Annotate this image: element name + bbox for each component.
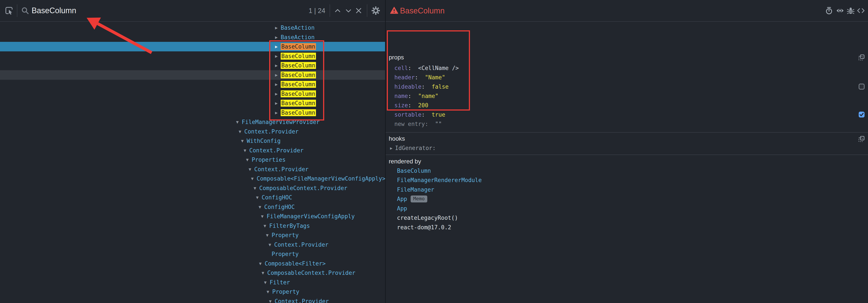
prop-value[interactable]: "name" [418,93,438,99]
prop-checkbox-sortable[interactable] [859,112,865,118]
expanded-arrow-icon[interactable]: ▾ [261,214,267,219]
owner-link[interactable]: BaseColumn [397,168,431,174]
component-name: Property [272,232,299,238]
copy-props-icon[interactable] [859,54,865,60]
rendered-by-row: App [397,204,407,213]
expanded-arrow-icon[interactable]: ▾ [266,233,272,238]
expanded-arrow-icon[interactable]: ▾ [267,289,272,294]
collapsed-arrow-icon[interactable]: ▸ [275,35,281,40]
tree-row-composable-filemanagerviewconfigapply-[interactable]: ▾Composable<FileManagerViewConfigApply> [0,174,385,183]
copy-hooks-icon[interactable] [859,136,865,142]
expanded-arrow-icon[interactable]: ▾ [258,204,264,210]
suspense-timer-icon[interactable] [825,7,833,14]
tree-row-basecolumn[interactable]: ▸BaseColumn [0,51,385,61]
expanded-arrow-icon[interactable]: ▾ [254,185,259,191]
hook-row[interactable]: ▸IdGenerator: [390,143,436,153]
prop-value[interactable]: "" [435,121,442,127]
collapsed-arrow-icon[interactable]: ▸ [275,100,281,106]
tree-row-composable-filter-[interactable]: ▾Composable<Filter> [0,259,385,268]
collapsed-arrow-icon[interactable]: ▸ [275,82,281,87]
tree-row-withconfig[interactable]: ▾WithConfig [0,136,385,146]
tree-row-basecolumn[interactable]: ▸BaseColumn [0,98,385,108]
expanded-arrow-icon[interactable]: ▾ [251,176,257,181]
tree-row-filemanagerviewprovider[interactable]: ▾FileManagerViewProvider [0,117,385,127]
tree-row-property[interactable]: ▾Property [0,287,385,297]
prop-value[interactable]: <CellName /> [418,65,459,71]
component-name: Composable<FileManagerViewConfigApply> [257,176,385,181]
tree-row-basecolumn[interactable]: ▸BaseColumn [0,108,385,118]
component-name: Property [272,289,299,295]
tree-row-confighoc[interactable]: ▾ConfigHOC [0,193,385,202]
collapsed-arrow-icon[interactable]: ▸ [275,91,281,96]
prop-checkbox-hideable[interactable] [859,84,865,90]
tree-row-context-provider[interactable]: ▾Context.Provider [0,164,385,174]
expanded-arrow-icon[interactable]: ▾ [236,119,242,125]
tree-row-filterbytags[interactable]: ▾FilterByTags [0,221,385,231]
next-match-button[interactable] [345,7,352,14]
component-name: FilterByTags [269,223,310,229]
settings-gear-icon[interactable] [371,6,379,14]
tree-row-property[interactable]: Property [0,249,385,259]
rendered-by-row: AppMemo [397,194,427,204]
component-name: FileManagerViewConfigApply [267,213,355,219]
tree-row-basecolumn[interactable]: ▸BaseColumn [0,80,385,89]
prop-value[interactable]: "Name" [425,74,445,81]
tree-row-property[interactable]: ▾Property [0,231,385,240]
prop-value[interactable]: false [432,84,448,90]
expanded-arrow-icon[interactable]: ▾ [246,157,252,162]
tree-row-baseaction[interactable]: ▸BaseAction [0,32,385,42]
collapsed-arrow-icon[interactable]: ▸ [275,110,281,115]
tree-row-context-provider[interactable]: ▾Context.Provider [0,297,385,303]
tree-row-basecolumn[interactable]: ▸BaseColumn [0,70,385,80]
inspect-element-icon[interactable] [5,7,13,14]
prop-value[interactable]: 200 [418,102,428,109]
expanded-arrow-icon[interactable]: ▾ [264,223,269,229]
tree-row-composablecontext-provider[interactable]: ▾ComposableContext.Provider [0,268,385,278]
previous-match-button[interactable] [334,7,342,14]
expanded-arrow-icon[interactable]: ▾ [249,167,254,172]
search-input[interactable]: BaseColumn [32,6,76,15]
prop-key: hideable [394,84,422,90]
prop-value[interactable]: true [432,112,445,118]
expanded-arrow-icon[interactable]: ▾ [269,242,274,247]
owner-link[interactable]: App [397,205,407,212]
log-bug-icon[interactable] [847,7,855,14]
expanded-arrow-icon[interactable]: ▾ [244,148,249,153]
tree-row-composablecontext-provider[interactable]: ▾ComposableContext.Provider [0,183,385,193]
expanded-arrow-icon[interactable]: ▾ [269,299,275,303]
inspect-dom-eye-icon[interactable] [836,7,844,14]
component-name: ComposableContext.Provider [267,270,355,276]
tree-row-context-provider[interactable]: ▾Context.Provider [0,127,385,136]
collapsed-arrow-icon[interactable]: ▸ [275,44,281,49]
components-toolbar: BaseColumn 1 | 24 [0,0,385,21]
tree-row-confighoc[interactable]: ▾ConfigHOC [0,202,385,212]
prop-row-header: header: "Name" [394,72,445,82]
collapsed-arrow-icon[interactable]: ▸ [390,145,393,151]
expanded-arrow-icon[interactable]: ▾ [239,129,244,134]
expanded-arrow-icon[interactable]: ▾ [241,138,247,144]
tree-row-context-provider[interactable]: ▾Context.Provider [0,240,385,249]
tree-row-basecolumn[interactable]: ▸BaseColumn [0,89,385,99]
tree-row-filter[interactable]: ▾Filter [0,278,385,287]
tree-row-basecolumn[interactable]: ▸BaseColumn [0,42,385,51]
expanded-arrow-icon[interactable]: ▾ [256,195,261,200]
owner-link[interactable]: FileManager [397,186,434,193]
collapsed-arrow-icon[interactable]: ▸ [275,72,281,78]
expanded-arrow-icon[interactable]: ▾ [261,270,267,275]
view-source-code-icon[interactable] [857,7,865,14]
tree-row-properties[interactable]: ▾Properties [0,155,385,164]
tree-row-basecolumn[interactable]: ▸BaseColumn [0,61,385,70]
expanded-arrow-icon[interactable]: ▾ [264,280,270,285]
collapsed-arrow-icon[interactable]: ▸ [275,63,281,68]
component-name: Context.Provider [249,148,303,153]
component-name: ConfigHOC [261,194,292,200]
tree-row-baseaction[interactable]: ▸BaseAction [0,23,385,32]
collapsed-arrow-icon[interactable]: ▸ [275,25,281,30]
expanded-arrow-icon[interactable]: ▾ [259,261,265,266]
owner-link[interactable]: App [397,196,407,202]
tree-row-filemanagerviewconfigapply[interactable]: ▾FileManagerViewConfigApply [0,212,385,221]
tree-row-context-provider[interactable]: ▾Context.Provider [0,146,385,155]
owner-link[interactable]: FileManagerRendererModule [397,177,482,183]
collapsed-arrow-icon[interactable]: ▸ [275,54,281,59]
clear-search-button[interactable] [355,7,363,14]
